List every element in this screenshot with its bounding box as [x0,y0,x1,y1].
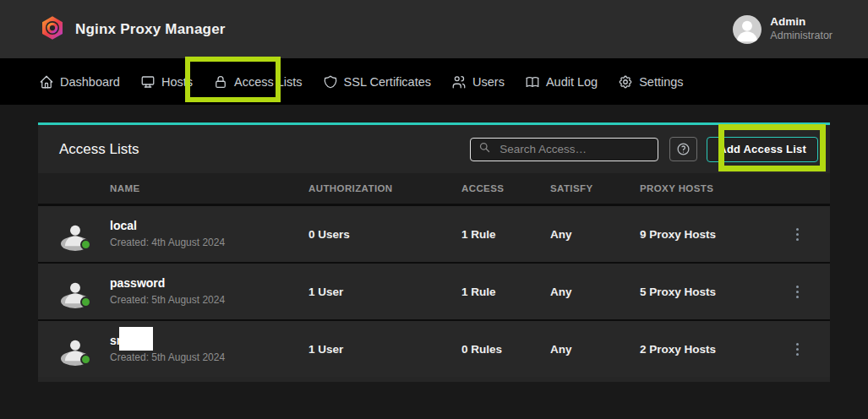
proxy-hosts-value: 5 Proxy Hosts [640,286,765,298]
search-icon [478,141,491,157]
nav-item-access-lists[interactable]: Access Lists [213,74,303,90]
column-proxy-hosts: PROXY HOSTS [640,183,765,193]
nav-label: Access Lists [234,75,303,89]
user-menu[interactable]: Admin Administrator [733,15,833,44]
satisfy-value: Any [550,228,640,241]
status-dot [80,239,91,250]
nav-label: Dashboard [60,75,120,89]
users-icon [451,74,467,90]
access-list-created: Created: 5th August 2024 [110,294,308,306]
main-nav: Dashboard Hosts Access Lists [0,58,868,105]
table-row[interactable]: password Created: 5th August 2024 1 User… [38,264,830,321]
proxy-hosts-value: 2 Proxy Hosts [640,343,765,356]
column-access: ACCESS [461,183,550,193]
add-access-list-button[interactable]: Add Access List [707,137,818,162]
nav-item-ssl-certificates[interactable]: SSL Certificates [323,74,431,90]
authorization-value: 0 Users [308,228,461,241]
nav-label: Hosts [161,75,193,89]
book-icon [525,74,540,90]
app-logo-icon [40,15,65,44]
status-dot [80,297,91,307]
proxy-hosts-value: 9 Proxy Hosts [640,228,765,241]
brand: Nginx Proxy Manager [40,15,226,44]
nav-item-settings[interactable]: Settings [618,74,683,90]
nav-label: Users [472,75,505,89]
access-list-name: local [110,219,308,233]
user-role: Administrator [770,30,833,43]
satisfy-value: Any [550,343,640,356]
row-name-cell[interactable]: local Created: 4th August 2024 [110,219,308,248]
access-value: 1 Rule [461,228,550,241]
nav-item-users[interactable]: Users [451,74,505,90]
help-button[interactable] [669,137,697,161]
authorization-value: 1 User [308,343,461,356]
row-name-cell[interactable]: password Created: 5th August 2024 [110,276,308,306]
status-dot [80,354,91,365]
column-satisfy: SATISFY [550,183,640,193]
nginx-proxy-manager-screen: Nginx Proxy Manager Admin Administrator [0,0,868,419]
table-row[interactable]: sn Created: 5th August 2024 1 User 0 Rul… [38,321,830,377]
column-name: NAME [110,183,308,193]
table-header: NAME AUTHORIZATION ACCESS SATISFY PROXY … [38,173,830,206]
redaction-box [119,327,153,351]
access-list-created: Created: 5th August 2024 [110,351,308,363]
access-value: 1 Rule [461,286,550,298]
page-title: Access Lists [59,141,470,158]
home-icon [39,74,54,90]
user-meta: Admin Administrator [770,15,833,43]
search-box [470,138,658,161]
access-value: 0 Rules [461,343,550,356]
nav-item-hosts[interactable]: Hosts [140,74,193,90]
satisfy-value: Any [550,286,640,298]
row-menu-kebab-icon[interactable] [791,223,804,246]
nav-item-dashboard[interactable]: Dashboard [39,74,120,90]
topbar: Nginx Proxy Manager Admin Administrator [0,0,868,58]
user-avatar [733,15,762,44]
search-input[interactable] [498,142,650,156]
app-title: Nginx Proxy Manager [75,21,226,38]
nav-item-audit-log[interactable]: Audit Log [525,74,598,90]
nav-label: Settings [639,75,683,89]
card-header: Access Lists Add Access List [38,125,830,173]
lock-icon [213,74,228,90]
monitor-icon [140,74,156,90]
access-list-created: Created: 4th August 2024 [110,237,308,248]
access-lists-card: Access Lists Add Access List NAME AUTHOR [38,122,830,382]
shield-icon [323,74,338,90]
row-menu-kebab-icon[interactable] [791,280,804,303]
row-avatar [61,220,90,248]
gear-icon [618,74,633,90]
access-list-name: password [110,276,308,291]
nav-label: Audit Log [546,75,598,89]
row-avatar [61,277,90,306]
row-menu-kebab-icon[interactable] [791,338,804,361]
row-avatar [61,335,90,363]
table-row[interactable]: local Created: 4th August 2024 0 Users 1… [38,206,830,264]
user-name: Admin [770,15,833,30]
authorization-value: 1 User [308,286,461,298]
nav-label: SSL Certificates [344,75,431,89]
help-icon [676,142,691,156]
column-authorization: AUTHORIZATION [308,183,461,193]
